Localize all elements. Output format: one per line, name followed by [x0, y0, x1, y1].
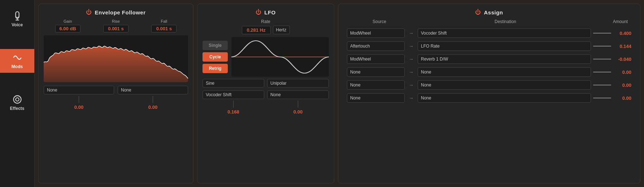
assign-col-amount-label: Amount: [588, 19, 631, 24]
sidebar-item-effects[interactable]: Effects: [0, 91, 34, 115]
lfo-wavetype-row: Sine Unipolar: [203, 79, 329, 88]
lfo-buttons: Single Cycle Retrig: [203, 37, 228, 77]
svg-point-2: [13, 96, 21, 103]
lfo-cycle-btn[interactable]: Cycle: [203, 52, 228, 62]
assign-row6-slider[interactable]: [593, 98, 611, 98]
assign-row5-amount: 0.00: [613, 83, 631, 88]
assign-row1-slider[interactable]: [593, 33, 611, 34]
lfo-dest1-value[interactable]: 0.168: [227, 109, 239, 115]
lfo-rate-center: Rate 0.281 Hz Hertz: [203, 19, 329, 34]
assign-row4-arrow: →: [407, 69, 415, 75]
rise-control: Rise 0.001 s: [103, 19, 129, 32]
assign-row5-arrow: →: [407, 82, 415, 88]
lfo-waveform-display: [231, 37, 329, 77]
assign-row-5: None → None 0.00: [343, 79, 635, 91]
envelope-follower-header: ⏻ Envelope Follower: [44, 9, 188, 15]
sidebar-label-mods: Mods: [12, 64, 23, 69]
assign-row5-slider[interactable]: [593, 85, 611, 85]
sidebar-item-voice[interactable]: Voice: [0, 7, 34, 31]
assign-row-4: None → None 0.00: [343, 66, 635, 78]
assign-row2-dest[interactable]: LFO Rate: [418, 41, 591, 51]
lfo-rate-label: Rate: [261, 19, 270, 24]
assign-row5-source[interactable]: None: [347, 80, 405, 90]
envelope-dropdowns: None 0.00 None 0.00: [44, 86, 188, 110]
assign-row1-dest[interactable]: Vocoder Shift: [418, 28, 591, 38]
lfo-single-btn[interactable]: Single: [203, 41, 228, 50]
assign-row4-dest[interactable]: None: [418, 67, 591, 77]
lfo-dest2-value[interactable]: 0.00: [293, 109, 303, 115]
assign-row-6: None → None 0.00: [343, 92, 635, 104]
assign-row6-dest[interactable]: None: [418, 93, 591, 103]
assign-row-1: ModWheel → Vocoder Shift 0.400: [343, 27, 635, 39]
env-mod1-select[interactable]: None: [44, 86, 114, 94]
env-mod2-group: None 0.00: [118, 86, 188, 110]
assign-row3-slider[interactable]: [593, 59, 611, 59]
sidebar: Voice Mods Effects: [0, 0, 35, 187]
svg-point-3: [16, 98, 19, 101]
fall-control: Fall 0.001 s: [151, 19, 177, 32]
rise-value[interactable]: 0.001 s: [103, 25, 129, 32]
assign-row6-amount: 0.00: [613, 95, 631, 101]
assign-row4-source[interactable]: None: [347, 67, 405, 77]
assign-col-source-label: Source: [347, 19, 412, 24]
env-mod2-select[interactable]: None: [118, 86, 188, 94]
assign-col-dest-label: Destination: [423, 19, 588, 24]
assign-row2-slider[interactable]: [593, 46, 611, 46]
lfo-main: Single Cycle Retrig: [203, 37, 329, 77]
lfo-retrig-btn[interactable]: Retrig: [203, 64, 228, 73]
assign-row6-source[interactable]: None: [347, 93, 405, 103]
assign-row3-dest[interactable]: Reverb 1 D/W: [418, 54, 591, 64]
assign-row3-arrow: →: [407, 56, 415, 62]
assign-row2-arrow: →: [407, 43, 415, 49]
envelope-follower-panel: ⏻ Envelope Follower Gain 6.00 dB Rise 0.…: [38, 4, 193, 183]
assign-row1-amount: 0.400: [613, 31, 631, 36]
assign-row2-source[interactable]: Aftertouch: [347, 41, 405, 51]
fall-value[interactable]: 0.001 s: [151, 25, 177, 32]
env-mod1-group: None 0.00: [44, 86, 114, 110]
envelope-controls: Gain 6.00 dB Rise 0.001 s Fall 0.001 s: [44, 19, 188, 32]
gain-control: Gain 6.00 dB: [55, 19, 80, 32]
assign-row5-dest[interactable]: None: [418, 80, 591, 90]
assign-row2-amount: 0.144: [613, 44, 631, 49]
assign-row1-arrow: →: [407, 30, 415, 36]
assign-row-2: Aftertouch → LFO Rate 0.144: [343, 40, 635, 52]
lfo-dest1-select[interactable]: Vocoder Shift: [203, 90, 264, 99]
lfo-dest2-select[interactable]: None: [267, 90, 329, 99]
assign-title: Assign: [484, 9, 503, 15]
assign-col-headers: Source Destination Amount: [343, 19, 635, 24]
envelope-waveform: [44, 35, 188, 82]
gain-value[interactable]: 6.00 dB: [55, 25, 80, 32]
assign-row4-slider[interactable]: [593, 72, 611, 72]
assign-header: ⏻ Assign: [343, 9, 635, 15]
envelope-power-icon[interactable]: ⏻: [86, 9, 92, 15]
lfo-rate-inputs: 0.281 Hz Hertz: [242, 26, 290, 34]
env-mod1-value[interactable]: 0.00: [74, 104, 83, 110]
lfo-dest1-group: Vocoder Shift 0.168: [203, 90, 264, 115]
envelope-follower-title: Envelope Follower: [95, 9, 145, 15]
lfo-header: ⏻ LFO: [203, 9, 329, 15]
assign-row4-amount: 0.00: [613, 70, 631, 75]
assign-row-3: ModWheel → Reverb 1 D/W -0.040: [343, 53, 635, 65]
sidebar-label-effects: Effects: [10, 106, 24, 111]
env-mod2-value[interactable]: 0.00: [148, 104, 157, 110]
lfo-panel: ⏻ LFO Rate 0.281 Hz Hertz Single Cycle R…: [197, 4, 334, 183]
lfo-dest2-group: None 0.00: [267, 90, 329, 115]
sidebar-label-voice: Voice: [12, 22, 23, 27]
lfo-polarity-select[interactable]: Unipolar: [267, 79, 329, 88]
lfo-wavetype-select[interactable]: Sine: [203, 79, 264, 88]
rise-label: Rise: [112, 19, 120, 23]
sidebar-item-mods[interactable]: Mods: [0, 49, 34, 73]
main-content: ⏻ Envelope Follower Gain 6.00 dB Rise 0.…: [35, 0, 644, 187]
assign-row1-source[interactable]: ModWheel: [347, 28, 405, 38]
assign-row6-arrow: →: [407, 95, 415, 101]
lfo-bottom: Vocoder Shift 0.168 None 0.00: [203, 90, 329, 115]
assign-row3-amount: -0.040: [613, 57, 631, 62]
lfo-rate-value[interactable]: 0.281 Hz: [242, 26, 271, 34]
assign-panel: ⏻ Assign Source Destination Amount ModWh…: [338, 4, 640, 183]
assign-power-icon[interactable]: ⏻: [475, 9, 481, 15]
lfo-power-icon[interactable]: ⏻: [256, 9, 261, 15]
gain-label: Gain: [64, 19, 72, 23]
lfo-title: LFO: [264, 9, 276, 15]
assign-row3-source[interactable]: ModWheel: [347, 54, 405, 64]
lfo-rate-unit-select[interactable]: Hertz: [273, 26, 290, 34]
